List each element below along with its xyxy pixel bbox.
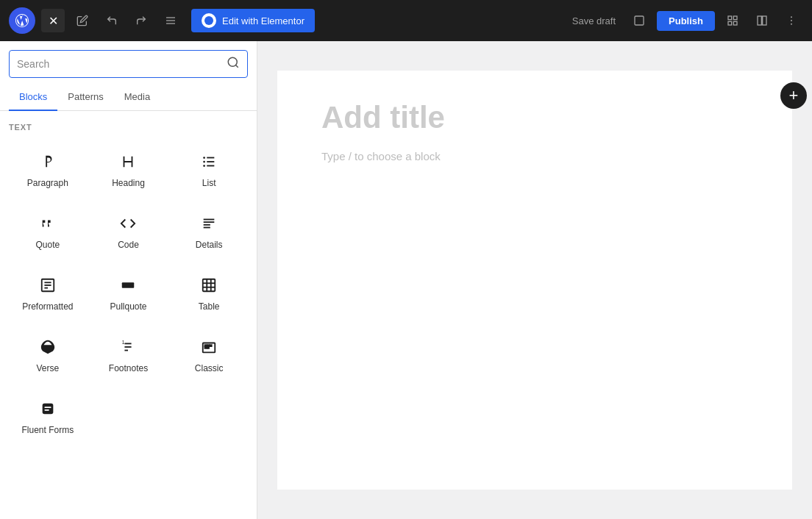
paragraph-icon [40,151,56,172]
block-item-heading[interactable]: Heading [90,140,168,199]
svg-rect-44 [207,347,209,348]
search-container [0,41,257,84]
search-icon [227,56,240,72]
tabs: Blocks Patterns Media [0,84,257,111]
list-icon [201,151,217,172]
details-icon [201,213,217,234]
close-button[interactable]: ✕ [41,9,65,32]
svg-point-10 [791,16,792,18]
section-label-text: TEXT [9,123,248,132]
block-item-details[interactable]: Details [170,202,248,261]
list-label: List [202,178,216,188]
table-icon [201,275,217,296]
verse-icon [40,337,56,357]
svg-rect-30 [203,279,216,292]
heading-label: Heading [112,178,145,188]
pullquote-icon [120,275,136,296]
classic-label: Classic [195,363,224,373]
fluent-forms-icon [40,398,56,419]
svg-point-12 [791,24,792,25]
verse-label: Verse [36,363,59,373]
svg-point-20 [203,165,205,167]
code-icon [120,213,136,234]
preformatted-label: Preformatted [22,301,73,312]
wp-logo [9,7,35,34]
search-input[interactable] [17,51,221,77]
block-item-paragraph[interactable]: Paragraph [9,140,87,199]
tab-media[interactable]: Media [114,84,160,111]
classic-icon [201,337,217,357]
more-options-button[interactable] [780,9,803,32]
svg-rect-7 [728,21,732,25]
svg-rect-45 [42,404,53,415]
svg-rect-43 [205,347,207,348]
pullquote-label: Pullquote [110,301,146,312]
tab-blocks[interactable]: Blocks [9,84,57,111]
svg-rect-42 [210,345,212,346]
block-item-fluent-forms[interactable]: Fluent Forms [9,387,87,446]
post-title[interactable] [321,100,748,135]
svg-rect-46 [44,407,51,408]
tab-patterns[interactable]: Patterns [57,84,113,111]
undo-button[interactable] [100,9,124,32]
block-item-classic[interactable]: Classic [170,326,248,384]
search-box [9,50,248,78]
blocks-content: TEXT ParagraphHeadingListQuoteCodeDetail… [0,111,257,519]
svg-rect-8 [758,16,761,25]
block-placeholder[interactable]: Type / to choose a block [321,150,748,162]
svg-rect-3 [635,16,644,25]
fluent-forms-label: Fluent Forms [21,425,74,435]
heading-icon [120,151,136,172]
block-item-quote[interactable]: Quote [9,202,87,261]
block-item-preformatted[interactable]: Preformatted [9,264,87,323]
preformatted-icon [40,275,56,296]
elementor-logo [202,13,216,28]
layout-button[interactable] [750,9,774,32]
footnotes-label: Footnotes [109,363,148,373]
toolbar: ✕ Edit with Elementor Save draft [0,0,812,41]
block-item-footnotes[interactable]: 1Footnotes [90,326,168,384]
svg-rect-41 [207,345,209,346]
details-label: Details [196,240,223,250]
quote-icon [40,213,56,234]
svg-line-14 [235,65,238,67]
preview-button[interactable] [627,9,651,32]
elementor-button[interactable]: Edit with Elementor [191,9,315,32]
svg-rect-40 [205,345,207,346]
redo-button[interactable] [129,9,153,32]
svg-rect-5 [733,16,737,20]
elementor-label: Edit with Elementor [222,15,304,26]
footnotes-icon: 1 [120,337,136,357]
view-button[interactable] [721,9,744,32]
svg-rect-47 [44,409,49,411]
svg-rect-6 [733,21,737,25]
code-label: Code [118,240,139,250]
sidebar: Blocks Patterns Media TEXT ParagraphHead… [0,41,257,519]
svg-rect-29 [122,282,135,287]
block-item-table[interactable]: Table [170,264,248,323]
quote-label: Quote [35,240,60,250]
tools-button[interactable] [159,9,182,32]
content-area: Type / to choose a block + [257,41,812,519]
svg-rect-4 [728,16,732,20]
editor-canvas: Type / to choose a block + [277,71,792,490]
edit-icon-button[interactable] [71,9,94,32]
svg-rect-9 [763,16,766,25]
block-item-code[interactable]: Code [90,202,168,261]
block-item-pullquote[interactable]: Pullquote [90,264,168,323]
block-item-verse[interactable]: Verse [9,326,87,384]
block-item-list[interactable]: List [170,140,248,199]
svg-point-13 [228,57,237,66]
save-draft-button[interactable]: Save draft [566,11,622,31]
add-block-button[interactable]: + [780,82,807,109]
svg-text:1: 1 [122,340,125,345]
blocks-grid: ParagraphHeadingListQuoteCodeDetailsPref… [9,140,248,446]
table-label: Table [199,301,220,312]
svg-point-18 [203,157,205,159]
paragraph-label: Paragraph [27,178,68,188]
publish-button[interactable]: Publish [657,11,715,31]
svg-point-11 [791,20,792,21]
main-layout: Blocks Patterns Media TEXT ParagraphHead… [0,41,812,519]
svg-point-19 [203,161,205,163]
